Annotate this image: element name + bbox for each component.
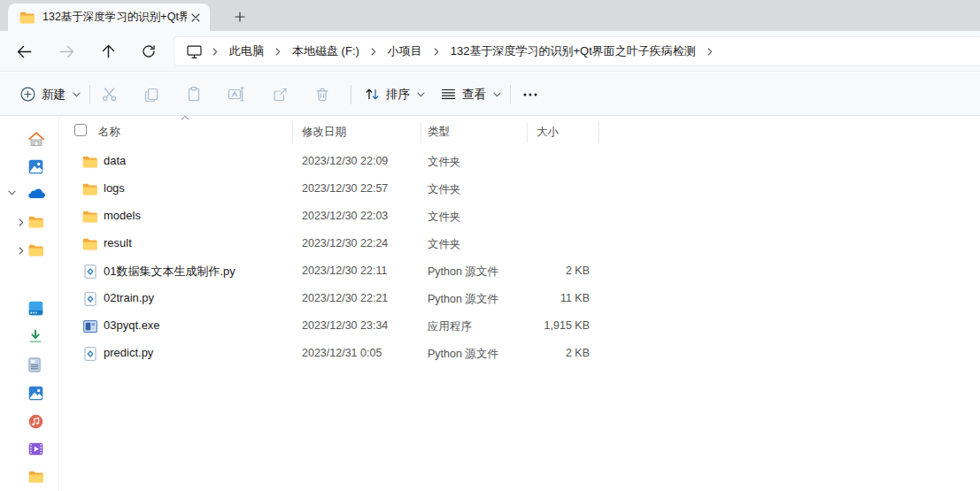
back-icon[interactable]	[12, 39, 36, 64]
python-icon	[82, 264, 97, 279]
file-rows: data 2023/12/30 22:09 文件夹 logs 2023/12/3…	[60, 148, 980, 367]
forward-icon[interactable]	[54, 39, 79, 64]
sort-button-label: 排序	[386, 87, 410, 103]
toolbar-divider	[89, 85, 90, 104]
breadcrumb-chevron-icon	[206, 48, 224, 56]
up-icon[interactable]	[96, 39, 120, 64]
rename-icon[interactable]	[221, 81, 251, 108]
sidebar-item-documents[interactable]	[0, 355, 58, 378]
file-name[interactable]: data	[104, 154, 126, 167]
file-size: 2 KB	[515, 265, 590, 277]
refresh-icon[interactable]	[136, 39, 161, 64]
chevron-down-icon	[417, 92, 425, 97]
column-divider[interactable]	[598, 122, 599, 143]
sidebar-item-home[interactable]	[0, 129, 58, 152]
gallery-icon	[28, 159, 43, 174]
sort-arrows-icon	[365, 88, 380, 101]
file-date: 2023/12/30 22:21	[302, 292, 388, 304]
address-bar[interactable]: 此电脑本地磁盘 (F:)小项目132基于深度学习的识别+Qt界面之叶子疾病检测	[174, 36, 980, 66]
expand-open-icon[interactable]	[8, 190, 16, 196]
toolbar-divider	[351, 85, 351, 104]
select-all-checkbox[interactable]	[74, 124, 87, 136]
sidebar-item-downloads[interactable]	[0, 326, 58, 349]
sort-ascending-icon	[181, 115, 189, 120]
home-icon	[28, 132, 44, 147]
file-row[interactable]: predict.py 2023/12/31 0:05 Python 源文件 2 …	[60, 340, 980, 367]
file-date: 2023/12/30 22:03	[302, 210, 388, 222]
sidebar-item-onedrive[interactable]	[0, 185, 58, 208]
new-tab-button[interactable]	[230, 7, 250, 27]
python-icon	[82, 346, 97, 361]
python-icon	[82, 291, 97, 306]
expand-closed-icon[interactable]	[19, 247, 24, 255]
delete-icon[interactable]	[307, 81, 337, 108]
file-list-panel: 名称 修改日期 类型 大小 data 2023/12/30 22:09 文件夹 …	[60, 117, 980, 491]
new-button[interactable]: 新建	[12, 81, 89, 108]
file-type: Python 源文件	[428, 265, 498, 280]
file-name[interactable]: logs	[104, 181, 125, 195]
column-divider[interactable]	[527, 122, 528, 143]
sidebar-item-gallery[interactable]	[0, 157, 58, 180]
file-type: 应用程序	[428, 319, 472, 334]
sidebar-item-pictures[interactable]	[0, 383, 58, 406]
breadcrumb-chevron-icon	[428, 48, 445, 56]
breadcrumb-item[interactable]: 本地磁盘 (F:)	[287, 40, 365, 63]
file-name[interactable]: 02train.py	[104, 291, 154, 304]
new-button-label: 新建	[42, 87, 66, 103]
command-toolbar: 新建 排序	[0, 73, 980, 116]
file-row[interactable]: 03pyqt.exe 2023/12/30 23:34 应用程序 1,915 K…	[60, 312, 980, 340]
sidebar-item-folder[interactable]	[0, 468, 58, 491]
exe-icon	[82, 318, 97, 334]
column-divider[interactable]	[421, 122, 421, 143]
desktop-icon	[28, 301, 43, 316]
tab-close-icon[interactable]	[187, 9, 204, 27]
file-size: 2 KB	[515, 347, 590, 359]
file-row[interactable]: data 2023/12/30 22:09 文件夹	[60, 148, 980, 175]
sidebar-item-videos[interactable]	[0, 440, 58, 463]
toolbar-divider	[510, 85, 511, 104]
column-header-size[interactable]: 大小	[536, 125, 559, 140]
file-name[interactable]: models	[104, 209, 141, 222]
videos-icon	[28, 442, 43, 456]
explorer-tab[interactable]: 132基于深度学习的识别+Qt界面之叶子疾病检测	[8, 4, 210, 31]
sidebar-item-folder[interactable]	[0, 242, 58, 265]
sidebar-item-music[interactable]	[0, 411, 58, 434]
sidebar-item-folder[interactable]	[0, 213, 58, 236]
file-row[interactable]: result 2023/12/30 22:24 文件夹	[60, 230, 980, 257]
copy-icon[interactable]	[136, 81, 166, 108]
file-type: 文件夹	[428, 237, 461, 252]
column-header-type[interactable]: 类型	[428, 125, 450, 140]
chevron-down-icon	[73, 92, 81, 97]
column-header-name[interactable]: 名称	[98, 125, 120, 140]
cut-icon[interactable]	[94, 81, 124, 108]
file-row[interactable]: models 2023/12/30 22:03 文件夹	[60, 203, 980, 230]
navigation-bar: 此电脑本地磁盘 (F:)小项目132基于深度学习的识别+Qt界面之叶子疾病检测	[0, 31, 980, 72]
file-name[interactable]: 03pyqt.exe	[104, 318, 160, 332]
onedrive-icon	[28, 188, 46, 199]
breadcrumb-item[interactable]: 132基于深度学习的识别+Qt界面之叶子疾病检测	[445, 40, 701, 63]
column-header-date[interactable]: 修改日期	[302, 125, 346, 140]
file-row[interactable]: 02train.py 2023/12/30 22:21 Python 源文件 1…	[60, 285, 980, 312]
tab-title: 132基于深度学习的识别+Qt界面之叶子疾病检测	[42, 10, 187, 25]
paste-icon[interactable]	[179, 81, 209, 108]
file-name[interactable]: predict.py	[104, 346, 153, 359]
file-name[interactable]: 01数据集文本生成制作.py	[104, 264, 235, 280]
column-divider[interactable]	[292, 122, 293, 143]
breadcrumb: 此电脑本地磁盘 (F:)小项目132基于深度学习的识别+Qt界面之叶子疾病检测	[206, 40, 719, 63]
file-row[interactable]: 01数据集文本生成制作.py 2023/12/30 22:11 Python 源…	[60, 257, 980, 285]
file-date: 2023/12/30 22:09	[302, 155, 388, 167]
breadcrumb-item[interactable]: 小项目	[382, 40, 428, 63]
file-row[interactable]: logs 2023/12/30 22:57 文件夹	[60, 175, 980, 203]
file-name[interactable]: result	[104, 236, 132, 249]
more-options-icon[interactable]	[515, 81, 545, 108]
folder-icon	[82, 181, 97, 196]
folder-icon	[82, 209, 97, 224]
breadcrumb-chevron-icon	[701, 48, 719, 56]
view-button[interactable]: 查看	[433, 81, 509, 108]
sort-button[interactable]: 排序	[357, 81, 433, 108]
sidebar-item-desktop[interactable]	[0, 298, 58, 321]
file-date: 2023/12/30 22:57	[302, 182, 388, 195]
breadcrumb-item[interactable]: 此电脑	[224, 40, 269, 63]
expand-closed-icon[interactable]	[19, 219, 24, 226]
share-icon[interactable]	[265, 81, 295, 108]
